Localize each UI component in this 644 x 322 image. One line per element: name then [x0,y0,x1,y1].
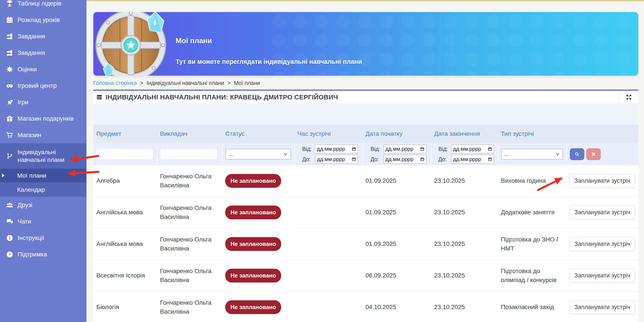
table-filter-row: ... Від: дд.мм.рррр До: д [93,143,638,165]
meeting-time-to-input[interactable]: дд.мм.рррр [315,155,358,164]
sidebar-item-games[interactable]: Ігри [0,94,86,110]
table-row: Англійська моваГончаренко Ольга Василівн… [93,197,638,228]
teacher-filter-input[interactable] [160,149,217,159]
breadcrumb: Головна сторінка > Індивідуальні навчаль… [93,80,260,86]
date-end-filter-cell: Від: дд.мм.рррр До: дд.мм.рррр [431,143,498,165]
date-end-cell: 23.10.2025 [431,176,498,185]
branch-icon [5,152,14,160]
status-filter-cell: ... [222,143,294,165]
users-icon [5,201,14,209]
date-start-from-input[interactable]: дд.мм.рррр [384,145,426,153]
subject-filter-input[interactable] [96,149,153,159]
clear-filters-button[interactable] [586,148,601,160]
date-start-to-input[interactable]: дд.мм.рррр [384,155,426,164]
sidebar-item-label: Завдання [18,49,45,57]
meeting-time-from-input[interactable]: дд.мм.рррр [315,145,358,153]
status-badge: Не заплановано [225,174,281,188]
calendar-icon [488,157,492,161]
sidebar-item-game-center[interactable]: Ігровий центр [0,77,86,94]
panel-title: ІНДИВІДУАЛЬНІ НАВЧАЛЬНІ ПЛАНИ: КРАВЕЦЬ Д… [106,93,338,101]
calendar-icon [5,16,14,24]
plans-panel: ІНДИВІДУАЛЬНІ НАВЧАЛЬНІ ПЛАНИ: КРАВЕЦЬ Д… [93,89,638,322]
actions-cell: Запланувати зустріч [566,300,638,314]
status-badge: Не заплановано [225,269,281,283]
actions-cell: Запланувати зустріч [566,174,638,188]
panel-titlebar: ІНДИВІДУАЛЬНІ НАВЧАЛЬНІ ПЛАНИ: КРАВЕЦЬ Д… [93,91,638,103]
teacher-cell: Гончаренко Ольга Василівна [157,298,222,316]
date-end-to-input[interactable]: дд.мм.рррр [451,155,494,164]
schedule-meeting-button[interactable]: Запланувати зустріч [569,300,635,314]
shield-illustration [94,12,167,76]
calendar-icon [352,157,356,161]
date-end-cell: 23.10.2025 [431,303,498,312]
sidebar-item-tasks[interactable]: Завдання [0,28,86,44]
teacher-filter-cell [157,143,222,165]
date-start-cell: 06.09.2025 [362,271,431,280]
sidebar-item-label: Чати [18,218,31,225]
actions-cell: Запланувати зустріч [566,269,638,283]
sidebar-item-label: Ігровий центр [18,82,57,89]
meeting-time-filter-cell: Від: дд.мм.рррр До: дд.мм.рррр [294,143,362,165]
sidebar-item-support[interactable]: ?Підтримка [0,246,86,263]
schedule-meeting-button[interactable]: Запланувати зустріч [569,237,635,251]
sidebar-item-individual-plans[interactable]: Індивідуальні навчальні плани [0,143,86,169]
expand-button[interactable] [619,91,638,103]
status-badge: Не заплановано [225,300,281,314]
sidebar-item-calendar[interactable]: Календар [0,182,86,197]
sidebar-item-label: Оцінки [18,65,37,73]
sidebar-item-leaderboards[interactable]: Таблиці лідерів [0,0,86,12]
sidebar-item-friends[interactable]: Друзі [0,197,86,213]
breadcrumb-item-plans: Індивідуальні навчальні плани [146,80,224,86]
date-start-cell: 01.09.2025 [362,208,431,217]
column-header-date-start: Дата початку [362,130,431,137]
banner-title: Мої плани [176,37,212,45]
sidebar-item-my-plans[interactable]: Мої плани [0,169,86,182]
sidebar-item-label: Завдання [18,32,45,40]
meeting-type-cell: Підготовка до олімпіад / конкурсів [498,267,566,285]
status-filter-select[interactable]: ... [226,149,291,159]
status-badge: Не заплановано [225,206,281,220]
status-cell: Не заплановано [222,174,294,188]
schedule-meeting-button[interactable]: Запланувати зустріч [569,206,635,219]
sidebar-item-label: Інструкції [18,234,44,242]
calendar-icon [352,147,356,151]
subject-cell: Англійська мова [93,208,157,217]
date-start-cell: 01.09.2025 [362,240,431,249]
status-cell: Не заплановано [222,300,294,314]
schedule-meeting-button[interactable]: Запланувати зустріч [569,174,635,188]
table-row: Всесвітня ІсторіяГончаренко Ольга Василі… [93,260,638,292]
search-button[interactable] [570,148,584,160]
table-row: АлгебраГончаренко Ольга ВасилівнаНе запл… [93,165,638,197]
sidebar-item-label: Підтримка [18,251,47,258]
schedule-meeting-button[interactable]: Запланувати зустріч [569,269,635,283]
sidebar-item-shop[interactable]: Магазин [0,127,86,143]
date-end-from-input[interactable]: дд.мм.рррр [451,145,494,153]
subject-cell: Англійська мова [93,240,157,249]
from-label: Від: [438,146,451,152]
from-label: Від: [302,146,315,152]
sidebar-item-grades[interactable]: Оцінки [0,61,86,77]
breadcrumb-item-current: Мої плани [234,80,260,86]
breadcrumb-separator: > [228,80,231,86]
table-row: БіологіяГончаренко Ольга ВасилівнаНе зап… [93,292,638,322]
date-end-cell: 23.10.2025 [431,240,498,249]
breadcrumb-home-link[interactable]: Головна сторінка [93,80,137,86]
sidebar-item-schedule[interactable]: Розклад уроків [0,12,86,28]
sidebar-item-tasks-2[interactable]: Завдання [0,44,86,61]
rocket-icon [5,98,14,106]
teacher-cell: Гончаренко Ольга Василівна [157,172,222,190]
date-end-cell: 23.10.2025 [431,208,498,217]
sidebar-item-gift-shop[interactable]: Магазин подарунків [0,110,86,127]
sidebar-item-chats[interactable]: Чати [0,213,86,230]
teacher-cell: Гончаренко Ольга Василівна [157,235,222,253]
sidebar-item-label: Мої плани [17,172,46,179]
table-body: АлгебраГончаренко Ольга ВасилівнаНе запл… [93,165,638,322]
column-header-status: Статус [222,130,294,137]
close-icon [591,151,596,157]
meeting-type-filter-select[interactable]: ... [501,149,563,159]
date-start-cell: 01.09.2025 [362,176,431,185]
sidebar-item-instructions[interactable]: Інструкції [0,230,86,246]
sidebar-item-label: Ігри [18,98,28,106]
sidebar-item-label: Таблиці лідерів [18,0,61,7]
column-header-meeting-type: Тип зустрічі [498,130,566,137]
